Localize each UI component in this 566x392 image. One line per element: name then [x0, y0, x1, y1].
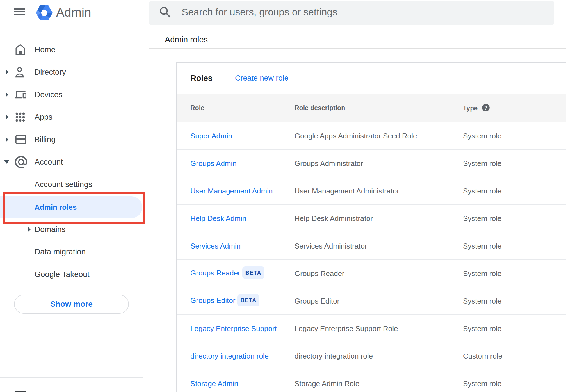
svg-text:?: ?	[484, 105, 487, 111]
